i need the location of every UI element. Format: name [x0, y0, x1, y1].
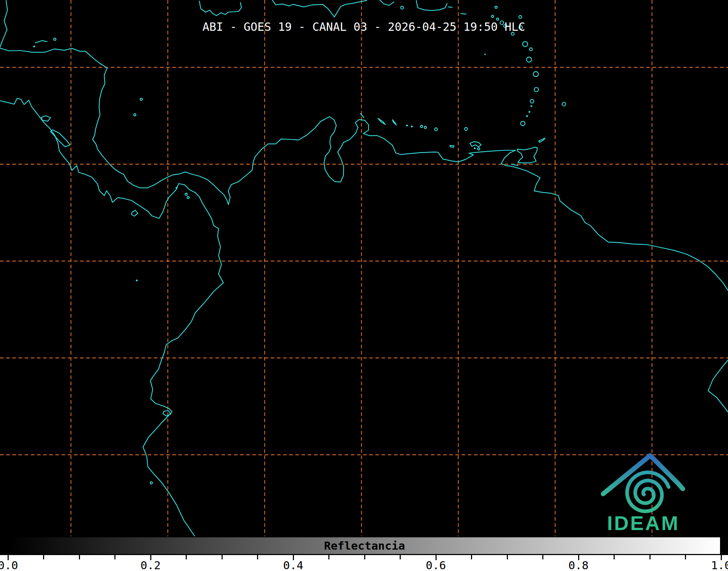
ideam-logo: IDEAM — [603, 455, 683, 534]
colorbar-minor-tick — [257, 555, 258, 559]
colorbar-minor-tick — [328, 555, 329, 559]
island-bequia — [530, 105, 532, 107]
island-st-eustatius — [497, 18, 499, 20]
coastline-bonaire — [392, 119, 396, 125]
colorbar-minor-tick — [43, 555, 44, 559]
island-providencia — [140, 98, 142, 100]
coastline-tobago — [539, 138, 545, 142]
coastline-lake-nicaragua — [51, 130, 70, 147]
coastline-trinidad — [517, 147, 537, 163]
colorbar-minor-tick — [542, 555, 543, 559]
coastline-brazil-amapa-coast — [708, 360, 728, 412]
colorbar-minor-tick — [685, 555, 686, 559]
satellite-map: IDEAM — [0, 0, 728, 537]
island-marie-galante — [530, 48, 533, 51]
island-grenada — [521, 121, 525, 126]
colorbar-tick-label: 0.2 — [140, 559, 161, 571]
colorbar-label: Reflectancia — [324, 540, 405, 551]
colorbar-tick-label: 0.0 — [0, 559, 18, 571]
coastline-roatan — [35, 41, 47, 43]
colorbar-tick-label: 1.0 — [711, 559, 728, 571]
colorbar-axis: 0.00.20.40.60.81.0 — [0, 555, 728, 571]
coastline-la-tortuga — [450, 146, 454, 147]
ideam-logo-hurricane-spiral-icon — [627, 473, 669, 512]
island-las-aves-west — [406, 125, 408, 126]
island-malpelo — [136, 280, 138, 281]
coastline-lake-managua — [41, 116, 51, 121]
island-st-vincent — [530, 100, 534, 103]
colorbar-minor-tick — [222, 555, 223, 559]
island-coche — [477, 148, 480, 150]
coastline-puna-island — [163, 411, 171, 416]
coastline-st-croix — [460, 13, 466, 14]
coastline-vieques — [448, 7, 452, 7]
colorbar-minor-tick — [614, 555, 615, 559]
island-isla-aves — [484, 54, 486, 55]
island-san-andres — [134, 114, 136, 116]
island-las-aves-east — [411, 126, 413, 127]
colorbar-minor-tick — [114, 555, 115, 559]
island-carriacou — [526, 115, 528, 117]
island-la-blanquilla — [464, 127, 467, 130]
coastline-jamaica-coast — [199, 1, 241, 16]
latlon-gridlines — [0, 0, 728, 537]
colorbar-minor-tick — [471, 555, 472, 559]
coastline-aruba — [360, 113, 364, 118]
island-los-roques-west — [420, 125, 422, 127]
colorbar-tick-label: 0.8 — [568, 559, 589, 571]
coastline-curacao — [378, 118, 385, 125]
colorbar-minor-tick — [400, 555, 401, 559]
island-saba — [492, 15, 494, 17]
coastline-caribbean-atlantic-coast — [0, 0, 728, 291]
island-barbuda — [519, 16, 522, 18]
island-martinique — [533, 72, 538, 77]
island-mona-island — [401, 6, 404, 9]
coastline-hispaniola-south-coast — [272, 0, 367, 17]
island-guanaja — [54, 38, 56, 40]
colorbar-tick-label: 0.4 — [283, 559, 303, 571]
coastline-margarita — [470, 142, 481, 147]
colorbar-minor-tick — [649, 555, 651, 559]
colorbar-minor-tick — [364, 555, 365, 559]
island-barbados — [562, 102, 566, 106]
island-cubagua — [474, 147, 476, 149]
island-pearl-island-south — [187, 197, 189, 199]
island-lobos-de-tierra — [150, 482, 152, 484]
island-los-roques-east — [424, 126, 426, 129]
island-utila — [33, 46, 35, 47]
island-st-lucia — [534, 88, 539, 92]
satellite-image-viewer: IDEAM ABI - GOES 19 - CANAL 03 - 2026-04… — [0, 0, 728, 571]
island-anguilla — [495, 6, 497, 8]
coastlines — [0, 0, 728, 536]
colorbar-minor-tick — [186, 555, 187, 559]
colorbar-minor-tick — [507, 555, 508, 559]
island-pearl-island-north — [185, 193, 187, 195]
map-title: ABI - GOES 19 - CANAL 03 - 2026-04-25 19… — [202, 20, 525, 33]
island-taboga — [176, 187, 177, 189]
coastline-coiba-island — [132, 210, 138, 216]
island-la-orchila — [435, 128, 438, 131]
colorbar-tick-label: 0.6 — [426, 559, 446, 571]
colorbar-minor-tick — [79, 555, 80, 559]
coastline-east-dr-coast — [380, 0, 394, 5]
island-dominica — [526, 57, 531, 62]
ideam-logo-text: IDEAM — [607, 512, 679, 534]
island-guadeloupe — [523, 42, 528, 47]
colorbar-gradient: Reflectancia — [8, 536, 721, 555]
island-canouan — [529, 111, 530, 113]
coastline-puerto-rico-south-coast — [416, 0, 447, 11]
